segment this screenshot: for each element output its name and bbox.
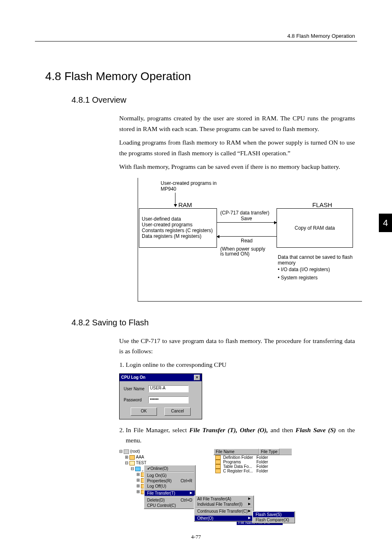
notsaved-b2: • System registers — [278, 275, 360, 281]
flash-save[interactable]: Flash Save(S) — [253, 512, 294, 517]
header-rule — [35, 41, 357, 41]
notsaved-b1: • I/O data (I/O registers) — [278, 267, 360, 272]
sub-other[interactable]: Other(O)▶ — [195, 516, 253, 521]
overview-p3: With flash memory, Programs can be saved… — [119, 161, 355, 172]
read-label: Read — [241, 238, 253, 244]
sub-all[interactable]: All File Transfer(A)▶ — [195, 496, 253, 502]
list-item[interactable]: Definition FolderFolder — [214, 455, 292, 460]
ram-box: User-defined data User-created programs … — [139, 208, 217, 248]
tree-root[interactable]: (root) — [130, 449, 140, 454]
cancel-button[interactable]: Cancel — [164, 408, 191, 416]
ram-line: User-defined data — [142, 216, 214, 222]
col-filename[interactable]: File Name — [214, 449, 259, 455]
ctx-delete[interactable]: Delete(D)Ctrl+D — [145, 497, 195, 503]
subsection-481: 4.8.1 Overview — [71, 95, 355, 105]
step2-pre: In File Manager, select — [126, 426, 189, 433]
step-2: In File Manager, select File Transfer (T… — [126, 425, 355, 446]
ctx-file-transfer[interactable]: File Transfer(T)▶ — [145, 491, 195, 496]
flash-box: Copy of RAM data — [277, 208, 353, 248]
step2-b2: Flash Save (S) — [295, 426, 336, 433]
flash-compare[interactable]: Flash Compare(X) — [253, 517, 294, 523]
drive-icon — [124, 449, 129, 454]
folder-icon — [215, 460, 221, 464]
folder-icon — [215, 469, 221, 473]
folder-icon — [215, 455, 221, 460]
page-number: 4-77 — [0, 534, 392, 540]
folder-open-icon — [129, 461, 135, 465]
ctx-online[interactable]: ✔Online(O) — [145, 466, 195, 471]
submenu-transfer: All File Transfer(A)▶ Individual File Tr… — [194, 495, 254, 522]
notsaved-head: Data that cannot be saved to flash memor… — [278, 254, 360, 266]
save-label: Save — [241, 216, 252, 221]
ok-button[interactable]: OK — [131, 408, 157, 416]
arrow-down-icon — [175, 193, 175, 207]
file-manager-figure: ⊟ (root) ⊞ AAA ⊟ TEST ⊟ ⊞ ⊞ ⊞ ⊞ ✔Online(… — [119, 449, 355, 495]
username-label: User Name — [124, 387, 148, 391]
ctx-properties[interactable]: Properties(R)Ctrl+R — [145, 478, 195, 484]
list-item[interactable]: ProgramsFolder — [214, 460, 292, 464]
power-label-2: is turned ON) — [220, 251, 249, 257]
cpu-icon — [135, 467, 141, 471]
overview-p1: Normally, programs created by the user a… — [119, 113, 355, 134]
username-input[interactable]: USER-A — [148, 385, 189, 392]
password-input[interactable]: •••••• — [148, 396, 189, 403]
ctx-logoff[interactable]: Log Off(U) — [145, 484, 195, 489]
sub-individual[interactable]: Individual File Transfer(I)▶ — [195, 502, 253, 507]
subsection-482: 4.8.2 Saving to Flash — [71, 318, 355, 327]
tree-aaa[interactable]: AAA — [136, 455, 144, 459]
list-item[interactable]: C Register Fol...Folder — [214, 469, 292, 473]
file-list: File Name File Type Definition FolderFol… — [214, 449, 292, 495]
col-filetype[interactable]: File Type — [259, 449, 279, 455]
context-menu: ✔Online(O) Log On(G) Properties(R)Ctrl+R… — [144, 465, 196, 509]
ctx-logon[interactable]: Log On(G) — [145, 473, 195, 478]
arrow-right-icon — [217, 222, 277, 223]
ram-line: Data registers (M registers) — [142, 233, 214, 239]
folder-icon — [215, 464, 221, 469]
flash-box-text: Copy of RAM data — [295, 225, 335, 231]
password-label: Password — [124, 398, 148, 402]
ram-line: User-created programs — [142, 222, 214, 228]
dialog-title: CPU Log On — [121, 375, 145, 380]
diagram-top-label: User-created programs in MP940 — [161, 180, 226, 192]
ram-title: RAM — [178, 201, 192, 208]
thumb-tab: 4 — [379, 214, 392, 232]
list-item[interactable]: Table Data Fo...Folder — [214, 464, 292, 469]
running-header: 4.8 Flash Memory Operation — [287, 33, 355, 39]
step2-b1: File Transfer (T), Other (O), — [189, 426, 268, 433]
folder-icon — [129, 455, 135, 460]
flash-title: FLASH — [312, 201, 332, 208]
submenu-other: Flash Save(S) Flash Compare(X) — [252, 511, 295, 523]
sub-continuous[interactable]: Continuous File Transfer(C)▶ — [195, 509, 253, 514]
step-1: Login online to the corresponding CPU — [126, 360, 355, 370]
saving-intro: Use the CP-717 to save program data to f… — [119, 336, 355, 357]
tree-test[interactable]: TEST — [136, 461, 147, 465]
ctx-cpu-control[interactable]: CPU Control(C) — [145, 503, 195, 508]
arrow-left-icon — [217, 236, 277, 237]
cpu-logon-dialog: CPU Log On × User Name USER-A Password •… — [119, 373, 202, 419]
close-icon[interactable]: × — [194, 375, 200, 380]
ram-flash-diagram: User-created programs in MP940 RAM FLASH… — [138, 178, 362, 302]
step2-mid: and then — [268, 426, 295, 433]
overview-p2: Loading programs from flash memory to RA… — [119, 137, 355, 158]
ram-line: Constants registers (C registers) — [142, 228, 214, 233]
cp717-label: (CP-717 data transfer) — [220, 210, 269, 216]
section-heading: 4.8 Flash Memory Operation — [45, 70, 355, 83]
